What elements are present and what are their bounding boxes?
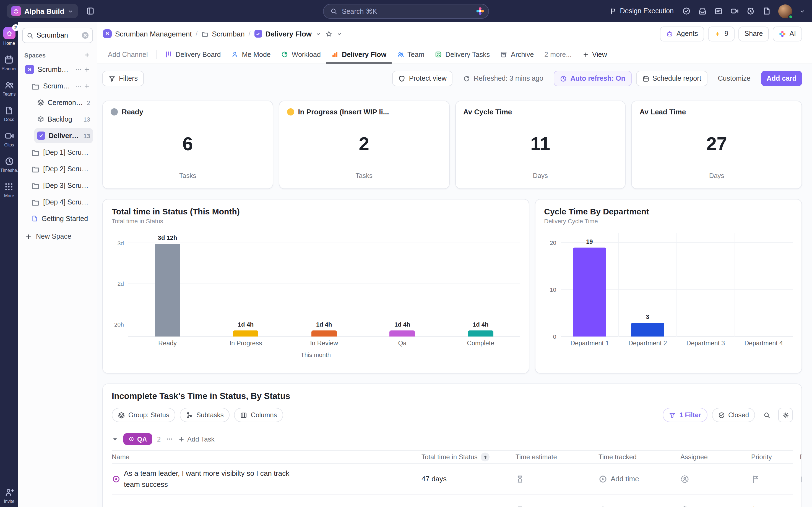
sidebar-item-backlog[interactable]: Backlog 13 — [34, 112, 93, 126]
tab-delivery-board[interactable]: Delivery Board — [160, 45, 226, 64]
sidebar-item-dep3[interactable]: [Dep 3] Scrumban — [28, 178, 93, 193]
avatar[interactable] — [778, 4, 792, 18]
col-time-estimate[interactable]: Time estimate — [515, 453, 557, 461]
plus-icon[interactable] — [84, 82, 90, 89]
card-in-progress[interactable]: In Progress (Insert WIP li... 2 Tasks — [279, 101, 450, 189]
project-switcher[interactable]: Design Execution — [609, 7, 674, 15]
col-name[interactable]: Name — [112, 453, 130, 461]
agents-button[interactable]: Agents — [660, 26, 704, 41]
sidebar-item-dep1[interactable]: [Dep 1] Scrumban — [28, 145, 93, 160]
assignee-icon[interactable] — [680, 474, 689, 483]
add-space-icon[interactable] — [84, 51, 91, 59]
protect-view-button[interactable]: Protect view — [393, 71, 453, 86]
subtasks-button[interactable]: Subtasks — [180, 408, 230, 422]
clear-search-icon[interactable] — [81, 31, 90, 40]
new-space-button[interactable]: New Space — [25, 233, 90, 240]
tab-workload[interactable]: Workload — [276, 45, 326, 64]
ellipsis-icon[interactable] — [166, 436, 173, 443]
chevron-down-icon[interactable] — [799, 8, 805, 14]
status-target-icon[interactable] — [112, 474, 120, 483]
rail-item-more[interactable]: More — [4, 182, 14, 199]
filters-button[interactable]: Filters — [102, 71, 144, 86]
col-assignee[interactable]: Assignee — [680, 453, 708, 461]
ellipsis-icon[interactable] — [75, 82, 82, 89]
auto-refresh-toggle[interactable]: Auto refresh: On — [554, 71, 631, 86]
tab-delivery-tasks[interactable]: Delivery Tasks — [430, 45, 495, 64]
add-task-button[interactable]: Add Task — [178, 435, 214, 443]
rail-item-teams[interactable]: Teams — [2, 80, 15, 97]
inbox-icon[interactable] — [698, 7, 707, 15]
sidebar-item-delivery-flow[interactable]: Delivery Flow 13 — [34, 128, 93, 143]
sidebar-item-getting-started[interactable]: Getting Started — [28, 211, 93, 226]
assignee-icon[interactable] — [680, 505, 689, 507]
priority-flag-icon[interactable] — [751, 505, 760, 507]
chevron-down-icon[interactable] — [336, 31, 342, 37]
gear-icon[interactable] — [778, 408, 793, 422]
col-priority[interactable]: Priority — [751, 453, 772, 461]
customize-button[interactable]: Customize — [712, 71, 757, 86]
notes-icon[interactable] — [714, 7, 723, 15]
task-name[interactable]: As a team leader, I want more visibilty … — [124, 468, 290, 490]
card-av-lead-time[interactable]: Av Lead Time 27 Days — [631, 101, 802, 189]
tab-team[interactable]: Team — [392, 45, 429, 64]
rail-item-timesheets[interactable]: Timeshe.. — [0, 156, 18, 173]
sidebar-item-folder[interactable]: Scrumban — [28, 78, 93, 94]
sidebar-search-input[interactable] — [37, 32, 78, 39]
card-ready[interactable]: Ready 6 Tasks — [102, 101, 273, 189]
filter-button[interactable]: 1 Filter — [663, 408, 707, 422]
share-button[interactable]: Share — [739, 26, 769, 41]
task-name[interactable]: As an admin, I want to manage user roles… — [124, 505, 266, 507]
journal-icon[interactable] — [86, 7, 95, 15]
collapse-chevron-icon[interactable] — [112, 436, 118, 442]
col-total-time[interactable]: Total time in Status — [421, 453, 477, 461]
rail-item-docs[interactable]: Docs — [4, 106, 14, 122]
doc-icon[interactable] — [762, 7, 771, 15]
sidebar-item-ceremonies[interactable]: Ceremonies 2 — [34, 95, 93, 110]
tab-me-mode[interactable]: Me Mode — [226, 45, 276, 64]
timer-icon[interactable] — [746, 7, 755, 15]
breadcrumb-view[interactable]: Delivery Flow — [254, 30, 321, 38]
hourglass-icon[interactable] — [515, 474, 524, 483]
record-camera-icon[interactable] — [730, 7, 739, 15]
rail-item-clips[interactable]: Clips — [4, 131, 14, 148]
rail-item-planner[interactable]: Planner — [1, 55, 16, 71]
task-row[interactable]: As an admin, I want to manage user roles… — [112, 495, 793, 507]
boost-button[interactable]: 9 — [708, 26, 734, 41]
schedule-report-button[interactable]: Schedule report — [636, 71, 707, 86]
ai-button[interactable]: AI — [773, 26, 802, 41]
add-time-button[interactable]: Add time — [599, 505, 639, 507]
columns-button[interactable]: Columns — [234, 408, 283, 422]
add-channel-button[interactable]: Add Channel — [103, 45, 153, 64]
tab-archive[interactable]: Archive — [495, 45, 539, 64]
search-icon[interactable] — [759, 408, 774, 422]
add-card-button[interactable]: Add card — [761, 71, 802, 86]
ellipsis-icon[interactable] — [75, 66, 82, 73]
sort-ascending-icon[interactable] — [481, 453, 490, 461]
rail-item-home[interactable]: 2 Home — [3, 27, 15, 46]
rail-item-invite[interactable]: Invite — [4, 487, 14, 504]
tab-delivery-flow[interactable]: Delivery Flow — [326, 45, 391, 64]
group-by-button[interactable]: Group: Status — [112, 408, 175, 422]
col-time-tracked[interactable]: Time tracked — [599, 453, 637, 461]
sidebar-item-dep4[interactable]: [Dep 4] Scrumban — [28, 194, 93, 210]
workspace-switcher[interactable]: Alpha Build — [7, 4, 78, 18]
add-time-button[interactable]: Add time — [599, 474, 639, 483]
col-due-date[interactable]: Due da... — [800, 453, 802, 461]
breadcrumb-space[interactable]: S Scrumban Management — [103, 29, 192, 38]
breadcrumb-folder[interactable]: Scrumban — [201, 30, 245, 38]
more-views-button[interactable]: 2 more... — [539, 45, 577, 64]
todo-check-icon[interactable] — [682, 7, 691, 15]
sidebar-item-dep2[interactable]: [Dep 2] Scrumban — [28, 161, 93, 176]
favorite-star-icon[interactable] — [325, 30, 332, 37]
due-date-calendar-icon[interactable] — [800, 474, 802, 483]
hourglass-icon[interactable] — [515, 505, 524, 507]
ai-flower-icon[interactable] — [476, 7, 485, 15]
refreshed-status[interactable]: Refreshed: 3 mins ago — [457, 71, 550, 86]
status-badge-qa[interactable]: QA — [123, 433, 152, 445]
add-view-button[interactable]: View — [577, 45, 612, 64]
closed-button[interactable]: Closed — [712, 408, 755, 422]
sidebar-item-space[interactable]: S Scrumban Management — [22, 62, 93, 77]
status-target-icon[interactable] — [112, 505, 120, 507]
global-search[interactable]: Search ⌘K — [323, 4, 489, 18]
due-date-calendar-icon[interactable] — [800, 505, 802, 507]
